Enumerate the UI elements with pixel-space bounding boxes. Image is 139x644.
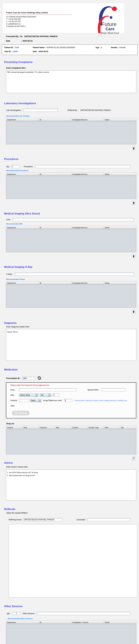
consultation-date: : 2024-05-22 (22, 40, 32, 42)
uss-col-service: Investigation/Service (71, 226, 104, 229)
uss-col-department: Department (6, 226, 39, 229)
logo-graphic: Future Care ♥ Body Mind Soul (92, 3, 122, 35)
xray-col-service: Investigation/Service (71, 282, 104, 284)
section-title-medication: Medication (4, 368, 139, 371)
gender-value: Female (119, 46, 126, 48)
delete-xray-button[interactable] (132, 310, 136, 314)
procedures-input[interactable] (35, 165, 131, 168)
drug-col-qty: Qty (120, 426, 136, 429)
other-services-label: Other Services : (22, 612, 36, 614)
procedures-table-body[interactable] (6, 176, 136, 199)
duration-type-value: Day/s (31, 400, 36, 402)
section-title-refferals: Refferals (4, 508, 139, 511)
lab-investigation-input[interactable] (23, 109, 58, 112)
procedures-label: Procedures : (24, 166, 34, 168)
per-meal-label: Drugs/Tablets per meal : (43, 400, 62, 402)
other-services-qty-input[interactable] (12, 612, 21, 615)
company-phone-1: T: +24 82 593 593 (6, 18, 72, 20)
per-meal-input[interactable] (64, 399, 72, 402)
procedures-table: Department ID Investigation/Service Stat… (6, 172, 136, 199)
section-title-other-services: Other Services (4, 605, 139, 608)
section-title-advice: Advice (4, 462, 139, 464)
patient-age-field: Age :6 (96, 46, 111, 48)
uss-col-id: ID (39, 226, 71, 229)
refferal-list-box[interactable] (9, 524, 137, 598)
procedures-table-header: Department ID Investigation/Service Stat… (6, 172, 136, 176)
drug-col-way: Way (55, 426, 71, 429)
consultant-input[interactable] (87, 518, 130, 521)
plus-icon: + (14, 412, 17, 414)
add-drug-label: Add Drug (18, 412, 27, 414)
add-drug-button[interactable]: + Add Drug (12, 411, 30, 416)
complaints-sublabel: Enter Complaints Here (6, 67, 139, 69)
way-qty-input[interactable] (52, 394, 59, 396)
consultation-date-row: Date : 2024-05-22 (6, 40, 139, 42)
advice-textarea[interactable]: 1. Syr PCM 250mg 4ml tds x3/7 at home 2.… (6, 470, 136, 500)
duration-input[interactable] (20, 399, 29, 402)
recommended-other-services-label: Recommended Other Services (8, 618, 139, 620)
xray-col-status: Status (104, 282, 136, 284)
logo-word-care: Care (106, 27, 114, 31)
patient-name-value: SOPHIA ELLIE OGADA ODONGO (46, 46, 75, 48)
patient-gender-field: Gender :Female (111, 46, 126, 48)
drug-col-drug: Drug (22, 426, 39, 429)
company-address: Le Chainter,Victoria,Mahe,Seychelles (6, 16, 72, 18)
other-services-input[interactable] (37, 612, 130, 615)
lab-table-body[interactable] (6, 121, 136, 144)
delete-procedures-button[interactable] (132, 201, 136, 205)
delete-lab-button[interactable] (132, 146, 136, 151)
xray-input[interactable] (15, 273, 134, 276)
prescription-id-input[interactable] (22, 377, 36, 380)
company-email: E: jude@future.sc (6, 23, 72, 25)
age-label: Age : (96, 46, 100, 48)
company-name: Future Care by Future Holdings (Pty) Lim… (6, 11, 72, 15)
other-services-table: Department ID Investigation / Service St… (6, 621, 136, 644)
procedures-qty-input[interactable] (11, 165, 20, 168)
refresh-prescription-button[interactable] (37, 376, 42, 380)
diagnosis-sublabel: Enter Diagnosis Details Here (6, 326, 139, 328)
visit-id-value: 12996 (12, 50, 18, 52)
drug-list-table: Drug ID Drug Fequency Way Duration Durat… (6, 426, 136, 454)
delete-drug-button[interactable] (132, 456, 136, 461)
company-number: Company No.8417652-2 (6, 25, 72, 28)
complaints-textarea[interactable]: FBC showed deranged neutrophils 77.8, ot… (6, 70, 136, 93)
drug-list-label: Drug List (6, 422, 139, 425)
procedures-col-service: Investigation/Service (71, 173, 104, 176)
uss-table-body[interactable] (6, 229, 136, 252)
company-info: Future Care by Future Holdings (Pty) Lim… (6, 11, 72, 28)
reffering-doctor-input[interactable] (23, 518, 62, 521)
visit-date-value: : 2024-05-22 (38, 50, 48, 52)
drug-input[interactable] (19, 388, 77, 391)
drug-list-body[interactable] (6, 429, 136, 454)
xray-table-body[interactable] (6, 285, 136, 308)
age-value: 6 (101, 46, 102, 48)
refresh-icon (37, 376, 42, 380)
frequency-select[interactable]: OD ▼ (40, 394, 51, 397)
section-title-laboratory: Laboratory Investigations (4, 102, 139, 105)
xray-col-department: Department (6, 282, 39, 284)
duration-type-select[interactable]: Day/s ▼ (30, 399, 41, 402)
other-col-id: ID (39, 621, 71, 624)
consulted-by-label: Consulted By : Dr. (6, 35, 23, 38)
lab-col-department: Department (6, 118, 39, 121)
date-label: Date (6, 40, 21, 42)
other-services-table-body[interactable] (6, 624, 136, 644)
logo-word-future: Future (101, 21, 116, 27)
consulting-doctor-name: ORITSETSETOS RAPHAEL PINNICK (24, 35, 58, 38)
meal-select[interactable]: Before Meal ▼ (19, 394, 38, 397)
procedures-col-id: ID (39, 173, 71, 176)
total-label: Total : (10, 405, 15, 407)
section-title-ultrasound: Medical Imaging Ultra Sound (4, 212, 139, 215)
lab-table-header: Department ID Investigation/Service Stat… (6, 118, 136, 121)
section-title-procedures: Procedures (4, 158, 139, 161)
lab-investigation-label: Lab Investingation : (6, 109, 22, 111)
special-notes-input[interactable] (101, 388, 125, 391)
diagnosis-textarea[interactable]: Sepsis ?focus (6, 329, 136, 361)
chevron-down-icon: ▼ (48, 394, 51, 396)
consultant-label: Consultant (76, 519, 85, 521)
xray-table-header: Department ID Investigation/Service Stat… (6, 281, 136, 285)
uss-input[interactable] (13, 218, 134, 221)
lab-col-id: ID (39, 118, 71, 121)
delete-uss-button[interactable] (132, 254, 136, 259)
procedures-col-department: Department (6, 173, 39, 176)
